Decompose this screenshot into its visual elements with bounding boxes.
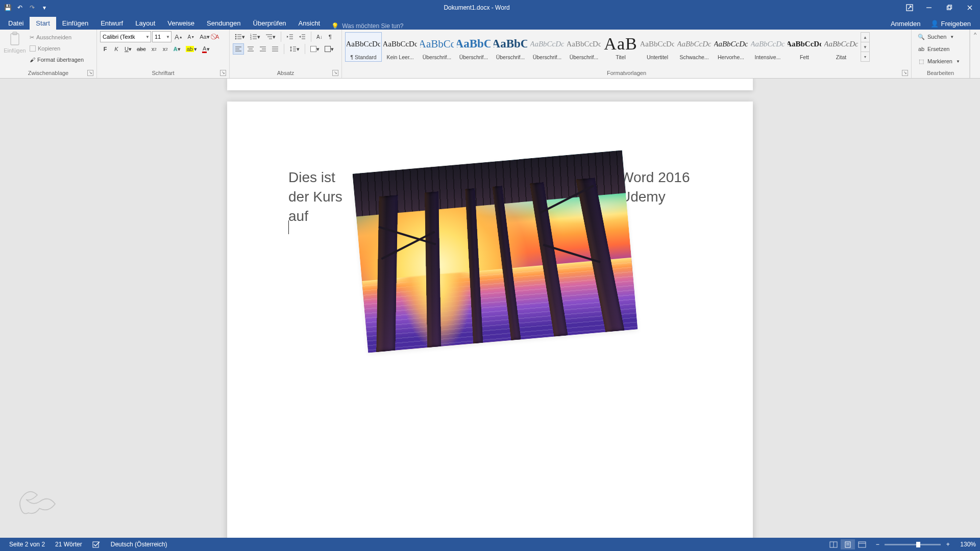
undo-icon[interactable]: ↶ bbox=[14, 2, 26, 13]
paragraph-launcher-icon[interactable]: ↘ bbox=[332, 70, 338, 76]
text-effects-button[interactable]: A▾ bbox=[172, 43, 183, 55]
document-area[interactable]: Dies ist der Kurs auf Word 2016 Udemy bbox=[0, 79, 980, 538]
change-case-button[interactable]: Aa▾ bbox=[198, 31, 211, 42]
increase-indent-button[interactable] bbox=[297, 31, 308, 42]
clipboard-launcher-icon[interactable]: ↘ bbox=[87, 70, 93, 76]
save-icon[interactable]: 💾 bbox=[2, 2, 13, 13]
tab-verweise[interactable]: Verweise bbox=[161, 17, 201, 30]
tab-ueberpruefen[interactable]: Überprüfen bbox=[247, 17, 292, 30]
share-button[interactable]: 👤 Freigeben bbox=[925, 18, 976, 30]
font-launcher-icon[interactable]: ↘ bbox=[220, 70, 226, 76]
style-u1[interactable]: AaBbCcÜberschrif... bbox=[419, 32, 455, 62]
style-kein-leer[interactable]: AaBbCcDcKein Leer... bbox=[382, 32, 419, 62]
ribbon-display-options-icon[interactable] bbox=[903, 2, 916, 14]
chevron-up-icon[interactable]: ▲ bbox=[861, 33, 869, 42]
styles-gallery[interactable]: AaBbCcDc¶ StandardAaBbCcDcKein Leer...Aa… bbox=[345, 31, 908, 62]
italic-button[interactable]: K bbox=[111, 43, 121, 55]
styles-more-button[interactable]: ▲▼▾ bbox=[861, 32, 870, 62]
justify-button[interactable] bbox=[270, 43, 281, 55]
align-right-button[interactable] bbox=[257, 43, 268, 55]
style-u2[interactable]: AaBbCÜberschrif... bbox=[455, 32, 492, 62]
bullets-button[interactable]: ▾ bbox=[233, 31, 247, 42]
font-size-combo[interactable]: ▼ bbox=[152, 31, 172, 42]
zoom-in-button[interactable]: + bbox=[944, 541, 952, 548]
clear-formatting-button[interactable]: A⃠ bbox=[213, 31, 222, 42]
close-button[interactable] bbox=[960, 0, 980, 15]
style-u5[interactable]: AaBbCcDcÜberschrif... bbox=[566, 32, 602, 62]
collapse-ribbon-button[interactable]: ^ bbox=[970, 30, 980, 78]
style-fett[interactable]: AaBbCcDcFett bbox=[786, 32, 823, 62]
maximize-button[interactable] bbox=[939, 0, 960, 15]
chevron-down-icon[interactable]: ▼ bbox=[144, 35, 151, 39]
shrink-font-button[interactable]: A▼ bbox=[186, 31, 197, 42]
font-name-combo[interactable]: ▼ bbox=[100, 31, 151, 42]
select-button[interactable]: ⬚Markieren▼ bbox=[915, 56, 966, 67]
word-count[interactable]: 21 Wörter bbox=[50, 541, 87, 548]
font-color-button[interactable]: A▾ bbox=[200, 43, 212, 55]
sort-button[interactable]: A↓ bbox=[314, 31, 325, 42]
font-size-input[interactable] bbox=[153, 34, 165, 40]
shading-button[interactable]: ▾ bbox=[308, 43, 322, 55]
style-zitat[interactable]: AaBbCcDcZitat bbox=[823, 32, 860, 62]
tab-layout[interactable]: Layout bbox=[129, 17, 161, 30]
tab-sendungen[interactable]: Sendungen bbox=[201, 17, 247, 30]
signin-button[interactable]: Anmelden bbox=[886, 18, 926, 30]
underline-button[interactable]: U▾ bbox=[122, 43, 134, 55]
tab-ansicht[interactable]: Ansicht bbox=[292, 17, 327, 30]
read-mode-button[interactable] bbox=[826, 539, 841, 549]
body-text-right[interactable]: Word 2016 Udemy bbox=[620, 168, 692, 207]
style-untertitel[interactable]: AaBbCcDcUntertitel bbox=[639, 32, 676, 62]
language-indicator[interactable]: Deutsch (Österreich) bbox=[106, 541, 173, 548]
zoom-level[interactable]: 130% bbox=[955, 541, 976, 548]
decrease-indent-button[interactable] bbox=[284, 31, 296, 42]
styles-launcher-icon[interactable]: ↘ bbox=[902, 70, 908, 76]
replace-button[interactable]: abErsetzen bbox=[915, 43, 966, 55]
find-button[interactable]: 🔍Suchen▼ bbox=[915, 31, 966, 42]
line-spacing-button[interactable]: ▾ bbox=[287, 43, 302, 55]
show-marks-button[interactable]: ¶ bbox=[326, 31, 335, 42]
align-left-button[interactable] bbox=[233, 43, 244, 55]
style-u4[interactable]: AaBbCcDcÜberschrif... bbox=[529, 32, 566, 62]
web-layout-button[interactable] bbox=[855, 539, 869, 549]
numbering-button[interactable]: 123▾ bbox=[248, 31, 262, 42]
inserted-image[interactable] bbox=[353, 151, 638, 353]
style-intensive[interactable]: AaBbCcDcIntensive... bbox=[749, 32, 786, 62]
minimize-button[interactable] bbox=[919, 0, 939, 15]
body-text-left[interactable]: Dies ist der Kurs auf bbox=[288, 168, 360, 226]
print-layout-button[interactable] bbox=[841, 539, 855, 549]
zoom-out-button[interactable]: − bbox=[873, 541, 881, 548]
grow-font-button[interactable]: A▲ bbox=[173, 31, 185, 42]
chevron-down-icon[interactable]: ▼ bbox=[165, 35, 171, 39]
align-center-button[interactable] bbox=[245, 43, 256, 55]
multilevel-list-button[interactable]: ▾ bbox=[263, 31, 278, 42]
tab-file[interactable]: Datei bbox=[2, 17, 30, 30]
proofing-icon[interactable] bbox=[87, 541, 106, 548]
tab-einfuegen[interactable]: Einfügen bbox=[56, 17, 94, 30]
paste-button[interactable]: Einfügen bbox=[3, 31, 27, 55]
tab-entwurf[interactable]: Entwurf bbox=[94, 17, 129, 30]
tell-me-search[interactable]: 💡 Was möchten Sie tun? bbox=[331, 22, 403, 30]
style-standard[interactable]: AaBbCcDc¶ Standard bbox=[345, 32, 382, 62]
borders-button[interactable]: ▾ bbox=[323, 43, 336, 55]
style-titel[interactable]: AaBTitel bbox=[602, 32, 639, 62]
zoom-slider[interactable] bbox=[885, 544, 941, 545]
page[interactable]: Dies ist der Kurs auf Word 2016 Udemy bbox=[227, 102, 753, 538]
format-painter-button[interactable]: 🖌 Format übertragen bbox=[28, 55, 86, 65]
redo-icon[interactable]: ↷ bbox=[27, 2, 38, 13]
bold-button[interactable]: F bbox=[100, 43, 110, 55]
font-name-input[interactable] bbox=[101, 34, 144, 40]
chevron-down-icon[interactable]: ▼ bbox=[861, 42, 869, 52]
superscript-button[interactable]: x2 bbox=[160, 43, 170, 55]
copy-button[interactable]: Kopieren bbox=[28, 43, 86, 54]
cut-button[interactable]: ✂ Ausschneiden bbox=[28, 32, 86, 42]
page-indicator[interactable]: Seite 2 von 2 bbox=[4, 541, 50, 548]
strikethrough-button[interactable]: abc bbox=[135, 43, 148, 55]
expand-icon[interactable]: ▾ bbox=[861, 52, 869, 61]
style-schwache[interactable]: AaBbCcDcSchwache... bbox=[676, 32, 713, 62]
style-hervorhe[interactable]: AaBbCcDcHervorhe... bbox=[713, 32, 749, 62]
tab-start[interactable]: Start bbox=[30, 17, 56, 30]
qat-customize-icon[interactable]: ▾ bbox=[39, 2, 50, 13]
style-u3[interactable]: AaBbCÜberschrif... bbox=[492, 32, 529, 62]
highlight-button[interactable]: ab▾ bbox=[184, 43, 199, 55]
subscript-button[interactable]: x2 bbox=[149, 43, 159, 55]
